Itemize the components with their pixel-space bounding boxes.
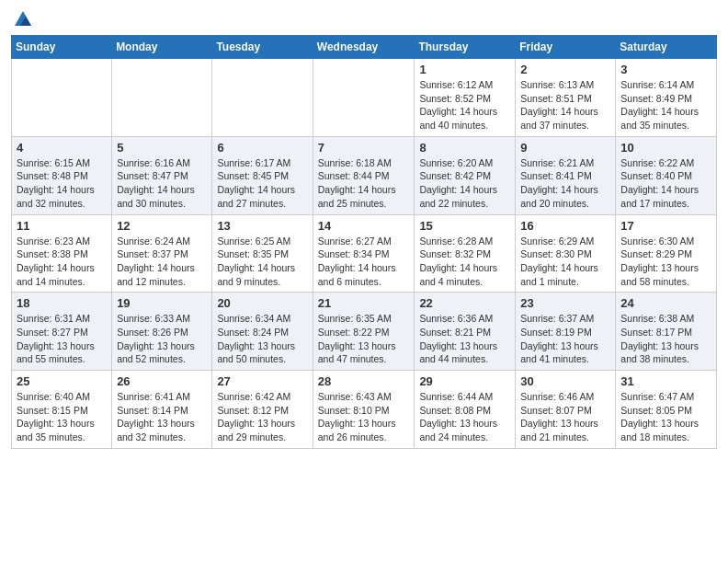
day-number: 19 — [117, 296, 207, 310]
day-info: Sunrise: 6:22 AM Sunset: 8:40 PM Dayligh… — [620, 156, 711, 211]
day-info: Sunrise: 6:37 AM Sunset: 8:19 PM Dayligh… — [520, 312, 610, 366]
day-number: 11 — [17, 219, 107, 233]
calendar-cell: 16Sunrise: 6:29 AM Sunset: 8:30 PM Dayli… — [516, 214, 616, 293]
day-info: Sunrise: 6:31 AM Sunset: 8:27 PM Dayligh… — [17, 312, 107, 366]
calendar-cell: 4Sunrise: 6:15 AM Sunset: 8:48 PM Daylig… — [12, 136, 112, 214]
day-number: 17 — [620, 219, 711, 233]
calendar-cell: 28Sunrise: 6:43 AM Sunset: 8:10 PM Dayli… — [313, 371, 415, 449]
calendar-cell: 12Sunrise: 6:24 AM Sunset: 8:37 PM Dayli… — [112, 214, 212, 293]
day-number: 15 — [419, 219, 510, 233]
day-info: Sunrise: 6:21 AM Sunset: 8:41 PM Dayligh… — [520, 156, 610, 211]
day-info: Sunrise: 6:34 AM Sunset: 8:24 PM Dayligh… — [217, 312, 307, 366]
calendar-cell: 9Sunrise: 6:21 AM Sunset: 8:41 PM Daylig… — [516, 136, 616, 214]
calendar-cell: 2Sunrise: 6:13 AM Sunset: 8:51 PM Daylig… — [516, 59, 616, 137]
day-number: 30 — [520, 374, 610, 388]
day-info: Sunrise: 6:47 AM Sunset: 8:05 PM Dayligh… — [620, 390, 711, 444]
calendar-header-tuesday: Tuesday — [212, 36, 313, 59]
calendar-header-friday: Friday — [516, 36, 616, 59]
calendar-cell: 23Sunrise: 6:37 AM Sunset: 8:19 PM Dayli… — [516, 293, 616, 371]
day-info: Sunrise: 6:28 AM Sunset: 8:32 PM Dayligh… — [419, 235, 510, 289]
day-number: 6 — [217, 141, 307, 155]
calendar-cell: 11Sunrise: 6:23 AM Sunset: 8:38 PM Dayli… — [12, 214, 112, 293]
day-number: 14 — [318, 219, 410, 233]
calendar-week-row: 11Sunrise: 6:23 AM Sunset: 8:38 PM Dayli… — [12, 214, 717, 293]
day-number: 3 — [620, 63, 711, 76]
calendar: SundayMondayTuesdayWednesdayThursdayFrid… — [11, 35, 717, 449]
day-info: Sunrise: 6:20 AM Sunset: 8:42 PM Dayligh… — [419, 156, 510, 211]
day-info: Sunrise: 6:29 AM Sunset: 8:30 PM Dayligh… — [520, 235, 610, 289]
day-info: Sunrise: 6:16 AM Sunset: 8:47 PM Dayligh… — [117, 156, 207, 211]
calendar-cell: 30Sunrise: 6:46 AM Sunset: 8:07 PM Dayli… — [516, 371, 616, 449]
day-number: 31 — [620, 374, 711, 388]
logo-icon — [13, 9, 33, 29]
day-number: 5 — [117, 141, 207, 155]
calendar-cell: 13Sunrise: 6:25 AM Sunset: 8:35 PM Dayli… — [212, 214, 313, 293]
day-number: 2 — [520, 63, 610, 76]
day-number: 1 — [419, 63, 510, 76]
calendar-cell: 24Sunrise: 6:38 AM Sunset: 8:17 PM Dayli… — [616, 293, 717, 371]
day-number: 22 — [419, 296, 510, 310]
calendar-week-row: 25Sunrise: 6:40 AM Sunset: 8:15 PM Dayli… — [12, 371, 717, 449]
calendar-header-row: SundayMondayTuesdayWednesdayThursdayFrid… — [12, 36, 717, 59]
header — [11, 9, 717, 29]
day-info: Sunrise: 6:40 AM Sunset: 8:15 PM Dayligh… — [17, 390, 107, 444]
day-info: Sunrise: 6:23 AM Sunset: 8:38 PM Dayligh… — [17, 235, 107, 289]
day-info: Sunrise: 6:41 AM Sunset: 8:14 PM Dayligh… — [117, 390, 207, 444]
calendar-cell — [313, 59, 415, 137]
calendar-header-monday: Monday — [112, 36, 212, 59]
day-number: 29 — [419, 374, 510, 388]
day-number: 8 — [419, 141, 510, 155]
day-info: Sunrise: 6:38 AM Sunset: 8:17 PM Dayligh… — [620, 312, 711, 366]
day-info: Sunrise: 6:42 AM Sunset: 8:12 PM Dayligh… — [217, 390, 307, 444]
day-number: 26 — [117, 374, 207, 388]
calendar-week-row: 4Sunrise: 6:15 AM Sunset: 8:48 PM Daylig… — [12, 136, 717, 214]
day-number: 7 — [318, 141, 410, 155]
calendar-cell — [212, 59, 313, 137]
calendar-cell — [112, 59, 212, 137]
day-info: Sunrise: 6:15 AM Sunset: 8:48 PM Dayligh… — [17, 156, 107, 211]
calendar-cell: 20Sunrise: 6:34 AM Sunset: 8:24 PM Dayli… — [212, 293, 313, 371]
day-info: Sunrise: 6:18 AM Sunset: 8:44 PM Dayligh… — [318, 156, 410, 211]
day-info: Sunrise: 6:43 AM Sunset: 8:10 PM Dayligh… — [318, 390, 410, 444]
day-number: 13 — [217, 219, 307, 233]
day-info: Sunrise: 6:30 AM Sunset: 8:29 PM Dayligh… — [620, 235, 711, 289]
calendar-cell: 19Sunrise: 6:33 AM Sunset: 8:26 PM Dayli… — [112, 293, 212, 371]
calendar-cell: 5Sunrise: 6:16 AM Sunset: 8:47 PM Daylig… — [112, 136, 212, 214]
day-number: 28 — [318, 374, 410, 388]
day-info: Sunrise: 6:17 AM Sunset: 8:45 PM Dayligh… — [217, 156, 307, 211]
day-number: 10 — [620, 141, 711, 155]
calendar-cell: 15Sunrise: 6:28 AM Sunset: 8:32 PM Dayli… — [415, 214, 516, 293]
calendar-cell: 27Sunrise: 6:42 AM Sunset: 8:12 PM Dayli… — [212, 371, 313, 449]
calendar-cell: 6Sunrise: 6:17 AM Sunset: 8:45 PM Daylig… — [212, 136, 313, 214]
calendar-cell: 17Sunrise: 6:30 AM Sunset: 8:29 PM Dayli… — [616, 214, 717, 293]
calendar-cell: 7Sunrise: 6:18 AM Sunset: 8:44 PM Daylig… — [313, 136, 415, 214]
calendar-cell: 26Sunrise: 6:41 AM Sunset: 8:14 PM Dayli… — [112, 371, 212, 449]
calendar-cell: 14Sunrise: 6:27 AM Sunset: 8:34 PM Dayli… — [313, 214, 415, 293]
calendar-cell: 31Sunrise: 6:47 AM Sunset: 8:05 PM Dayli… — [616, 371, 717, 449]
day-number: 4 — [17, 141, 107, 155]
day-info: Sunrise: 6:46 AM Sunset: 8:07 PM Dayligh… — [520, 390, 610, 444]
calendar-week-row: 18Sunrise: 6:31 AM Sunset: 8:27 PM Dayli… — [12, 293, 717, 371]
calendar-cell: 18Sunrise: 6:31 AM Sunset: 8:27 PM Dayli… — [12, 293, 112, 371]
day-number: 24 — [620, 296, 711, 310]
calendar-header-wednesday: Wednesday — [313, 36, 415, 59]
logo — [11, 9, 33, 29]
calendar-cell: 22Sunrise: 6:36 AM Sunset: 8:21 PM Dayli… — [415, 293, 516, 371]
calendar-cell: 8Sunrise: 6:20 AM Sunset: 8:42 PM Daylig… — [415, 136, 516, 214]
day-number: 21 — [318, 296, 410, 310]
calendar-cell — [12, 59, 112, 137]
day-info: Sunrise: 6:12 AM Sunset: 8:52 PM Dayligh… — [419, 78, 510, 132]
calendar-header-saturday: Saturday — [616, 36, 717, 59]
calendar-cell: 10Sunrise: 6:22 AM Sunset: 8:40 PM Dayli… — [616, 136, 717, 214]
calendar-header-thursday: Thursday — [415, 36, 516, 59]
day-info: Sunrise: 6:24 AM Sunset: 8:37 PM Dayligh… — [117, 235, 207, 289]
day-info: Sunrise: 6:14 AM Sunset: 8:49 PM Dayligh… — [620, 78, 711, 132]
day-info: Sunrise: 6:35 AM Sunset: 8:22 PM Dayligh… — [318, 312, 410, 366]
day-number: 16 — [520, 219, 610, 233]
calendar-header-sunday: Sunday — [12, 36, 112, 59]
day-info: Sunrise: 6:25 AM Sunset: 8:35 PM Dayligh… — [217, 235, 307, 289]
day-info: Sunrise: 6:33 AM Sunset: 8:26 PM Dayligh… — [117, 312, 207, 366]
day-number: 9 — [520, 141, 610, 155]
calendar-cell: 29Sunrise: 6:44 AM Sunset: 8:08 PM Dayli… — [415, 371, 516, 449]
day-number: 27 — [217, 374, 307, 388]
